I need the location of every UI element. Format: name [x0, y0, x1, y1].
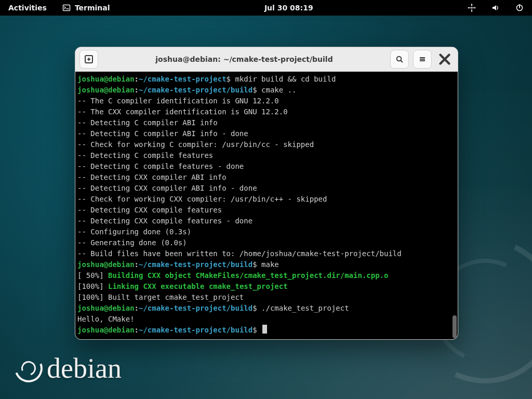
cmake-line: -- Build files have been written to: /ho…: [77, 249, 402, 258]
cmake-line: -- Detecting C compile features - done: [77, 162, 244, 170]
cmake-line: -- Generating done (0.0s): [77, 238, 187, 247]
close-button[interactable]: [436, 50, 454, 68]
cmd-mkdir: mkdir build && cd build: [235, 75, 336, 83]
make-link-line: Linking CXX executable cmake_test_projec…: [108, 282, 288, 290]
prompt-user: joshua@debian: [77, 75, 135, 83]
gnome-topbar: Activities Terminal Jul 30 08:19: [0, 0, 532, 16]
plus-icon: [85, 55, 93, 63]
active-app-label: Terminal: [75, 4, 110, 12]
svg-point-3: [471, 10, 472, 11]
make-build-line: Building CXX object CMakeFiles/cmake_tes…: [108, 271, 388, 280]
cmake-line: -- Check for working C compiler: /usr/bi…: [77, 140, 314, 149]
debian-spiral-icon: [10, 350, 47, 387]
terminal-cursor: [262, 325, 267, 334]
cmake-line: -- The CXX compiler identification is GN…: [77, 108, 288, 116]
clock-button[interactable]: Jul 30 08:19: [261, 2, 316, 14]
power-status-icon[interactable]: [512, 2, 527, 14]
cmake-line: -- The C compiler identification is GNU …: [77, 97, 279, 105]
terminal-window: joshua@debian: ~/cmake-test-project/buil…: [75, 47, 458, 340]
svg-point-2: [471, 4, 472, 5]
debian-logo: debian: [15, 352, 122, 384]
activities-label: Activities: [8, 4, 47, 12]
activities-button[interactable]: Activities: [5, 2, 50, 14]
cmake-line: -- Detecting CXX compiler ABI info: [77, 173, 227, 181]
scrollbar-thumb[interactable]: [453, 315, 457, 338]
svg-rect-0: [63, 5, 70, 11]
volume-status-icon[interactable]: [488, 2, 503, 14]
svg-point-4: [468, 7, 469, 8]
search-button[interactable]: [390, 50, 409, 69]
terminal-scrollbar[interactable]: [453, 77, 457, 338]
cmd-make: make: [261, 260, 279, 269]
new-tab-button[interactable]: [79, 50, 98, 69]
program-output: Hello, CMake!: [77, 315, 135, 323]
svg-point-5: [474, 7, 475, 8]
svg-point-8: [397, 57, 402, 61]
terminal-app-icon: [62, 4, 71, 12]
window-title: joshua@debian: ~/cmake-test-project/buil…: [102, 55, 386, 63]
cmake-line: -- Check for working CXX compiler: /usr/…: [77, 195, 327, 203]
svg-point-1: [471, 7, 472, 9]
cmd-cmake: cmake ..: [261, 86, 296, 94]
window-titlebar[interactable]: joshua@debian: ~/cmake-test-project/buil…: [75, 47, 458, 72]
make-done-line: [100%] Built target cmake_test_project: [77, 293, 244, 301]
cmake-line: -- Detecting CXX compile features: [77, 206, 222, 214]
cmake-line: -- Detecting C compiler ABI info: [77, 118, 218, 127]
cmake-line: -- Detecting CXX compile features - done: [77, 217, 252, 225]
close-icon: [436, 50, 454, 68]
cmake-line: -- Detecting C compile features: [77, 151, 213, 159]
active-app-button[interactable]: Terminal: [59, 2, 113, 14]
cmake-line: -- Configuring done (0.3s): [77, 228, 191, 236]
network-status-icon[interactable]: [464, 2, 479, 14]
search-icon: [395, 55, 404, 63]
cmake-line: -- Detecting C compiler ABI info - done: [77, 129, 248, 138]
terminal-output[interactable]: joshua@debian:~/cmake-test-project$ mkdi…: [75, 72, 458, 339]
distro-label: debian: [47, 352, 122, 384]
cmd-run: ./cmake_test_project: [261, 304, 349, 312]
menu-button[interactable]: [413, 50, 432, 69]
hamburger-icon: [418, 55, 427, 63]
prompt-path: ~/cmake-test-project: [139, 75, 227, 83]
clock-label: Jul 30 08:19: [264, 4, 313, 12]
cmake-line: -- Detecting CXX compiler ABI info - don…: [77, 184, 257, 192]
